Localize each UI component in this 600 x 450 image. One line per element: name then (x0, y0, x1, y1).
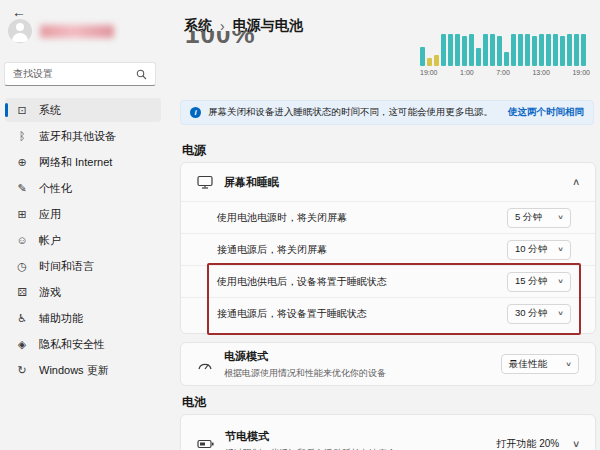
chart-bar (560, 36, 565, 66)
power-mode-dropdown[interactable]: 最佳性能 ˅ (501, 354, 579, 374)
chart-bar (518, 34, 523, 66)
chevron-down-icon: ˅ (558, 277, 563, 286)
screen-off-battery-dropdown[interactable]: 5 分钟 ˅ (507, 208, 571, 228)
sidebar-item-label: 应用 (39, 207, 61, 222)
back-button[interactable]: ← (12, 4, 26, 20)
time-language-icon: ◷ (15, 260, 29, 273)
sidebar: ← 查找设置 ⊡ 系统 ᛒ 蓝牙和其他设备 ⊕ 网络和 Internet (0, 0, 166, 450)
sidebar-item-privacy[interactable]: ◈ 隐私和安全性 (5, 332, 161, 356)
sidebar-item-windows-update[interactable]: ↻ Windows 更新 (5, 358, 161, 382)
screen-sleep-header[interactable]: 屏幕和睡眠 ˄ (181, 163, 595, 201)
setting-label: 接通电源后，将关闭屏幕 (217, 243, 327, 257)
sidebar-item-label: Windows 更新 (39, 363, 109, 378)
screen-sleep-title: 屏幕和睡眠 (224, 175, 279, 190)
chart-bar (462, 36, 467, 66)
gaming-icon: ⚄ (15, 286, 29, 299)
battery-saver-expander[interactable]: 打开功能 20% ˅ (496, 437, 579, 450)
chevron-down-icon: ˅ (558, 309, 563, 318)
battery-saver-icon (197, 438, 214, 450)
setting-label: 使用电池供电后，设备将置于睡眠状态 (217, 275, 387, 289)
chart-bar (476, 48, 481, 66)
chart-bar (434, 55, 439, 66)
search-icon (136, 69, 147, 80)
setting-label: 接通电源后，将设备置于睡眠状态 (217, 307, 367, 321)
sidebar-item-accessibility[interactable]: ♿ 辅助功能 (5, 306, 161, 330)
sidebar-item-bluetooth[interactable]: ᛒ 蓝牙和其他设备 (5, 124, 161, 148)
chevron-down-icon: ˅ (558, 245, 563, 254)
battery-section-title: 电池 (182, 394, 206, 411)
power-mode-subtitle: 根据电源使用情况和性能来优化你的设备 (224, 367, 386, 380)
bluetooth-icon: ᛒ (15, 130, 29, 142)
chart-bar (532, 36, 537, 66)
sleep-battery-dropdown[interactable]: 15 分钟 ˅ (507, 272, 571, 292)
screen-off-plugged-dropdown[interactable]: 10 分钟 ˅ (507, 240, 571, 260)
sidebar-item-label: 蓝牙和其他设备 (39, 129, 116, 144)
chart-tick-label: 19:00 (420, 69, 438, 76)
chart-tick-label: 13:00 (532, 69, 550, 76)
sidebar-item-label: 辅助功能 (39, 311, 83, 326)
dropdown-value: 15 分钟 (515, 275, 547, 288)
sidebar-item-personalization[interactable]: ✎ 个性化 (5, 176, 161, 200)
privacy-icon: ◈ (15, 338, 29, 351)
chevron-down-icon: ˅ (558, 213, 563, 222)
sidebar-item-label: 游戏 (39, 285, 61, 300)
chart-bar (469, 34, 474, 66)
setting-row-screen-off-plugged: 接通电源后，将关闭屏幕 10 分钟 ˅ (181, 233, 595, 265)
screen-sleep-icon (197, 175, 213, 189)
chart-bar (511, 34, 516, 66)
chart-bar (504, 52, 509, 66)
sidebar-item-network[interactable]: ⊕ 网络和 Internet (5, 150, 161, 174)
sidebar-item-label: 隐私和安全性 (39, 337, 105, 352)
chart-bar (553, 34, 558, 66)
accounts-icon: ☺ (15, 234, 29, 246)
chart-bar (441, 34, 446, 66)
chart-bars (420, 34, 590, 66)
account-row[interactable] (8, 19, 114, 43)
chart-bar (525, 34, 530, 66)
chevron-down-icon: ˅ (566, 360, 571, 369)
chart-tick-label: 7:00 (496, 69, 510, 76)
setting-row-screen-off-battery: 使用电池电源时，将关闭屏幕 5 分钟 ˅ (181, 201, 595, 233)
sidebar-item-label: 个性化 (39, 181, 72, 196)
chart-bar (581, 34, 586, 66)
chart-bar (567, 34, 572, 66)
battery-usage-chart: 19:001:007:0013:0019:00 (420, 34, 590, 76)
dropdown-value: 最佳性能 (509, 358, 547, 371)
main-content: 系统 › 电源与电池 100% 19:001:007:0013:0019:00 … (166, 0, 600, 450)
sidebar-item-time-language[interactable]: ◷ 时间和语言 (5, 254, 161, 278)
setting-label: 使用电池电源时，将关闭屏幕 (217, 211, 347, 225)
battery-saver-value: 打开功能 20% (496, 437, 559, 450)
network-icon: ⊕ (15, 156, 29, 169)
banner-link[interactable]: 使这两个时间相同 (508, 106, 584, 119)
windows-update-icon: ↻ (15, 364, 29, 377)
sidebar-item-gaming[interactable]: ⚄ 游戏 (5, 280, 161, 304)
sidebar-item-accounts[interactable]: ☺ 帐户 (5, 228, 161, 252)
sidebar-item-label: 网络和 Internet (39, 155, 112, 170)
chevron-up-icon: ˄ (573, 177, 579, 188)
chart-bar (490, 34, 495, 66)
battery-saver-subtitle: 通过限制一些通知和后台活动延长电池寿命 (225, 447, 396, 450)
sidebar-item-label: 帐户 (39, 233, 61, 248)
search-placeholder: 查找设置 (13, 67, 53, 81)
chart-bar (427, 58, 432, 66)
power-mode-icon (197, 358, 213, 371)
sleep-plugged-dropdown[interactable]: 30 分钟 ˅ (507, 304, 571, 324)
chart-bar (455, 34, 460, 66)
sidebar-item-system[interactable]: ⊡ 系统 (5, 98, 161, 122)
chart-bar (420, 47, 425, 66)
chart-bar (539, 34, 544, 66)
chart-tick-label: 1:00 (460, 69, 474, 76)
power-section-title: 电源 (182, 142, 206, 159)
power-mode-title: 电源模式 (224, 349, 386, 364)
sidebar-item-label: 时间和语言 (39, 259, 94, 274)
chart-bar (497, 36, 502, 66)
dropdown-value: 30 分钟 (515, 307, 547, 320)
battery-saver-card: 节电模式 通过限制一些通知和后台活动延长电池寿命 打开功能 20% ˅ (180, 414, 596, 450)
setting-row-sleep-plugged: 接通电源后，将设备置于睡眠状态 30 分钟 ˅ (181, 297, 595, 329)
chart-bar (483, 34, 488, 66)
system-icon: ⊡ (15, 104, 29, 117)
avatar (8, 19, 32, 43)
banner-text: 屏幕关闭和设备进入睡眠状态的时间不同，这可能会使用更多电源。 (208, 106, 493, 119)
search-input[interactable]: 查找设置 (4, 62, 156, 86)
sidebar-item-apps[interactable]: ⊞ 应用 (5, 202, 161, 226)
